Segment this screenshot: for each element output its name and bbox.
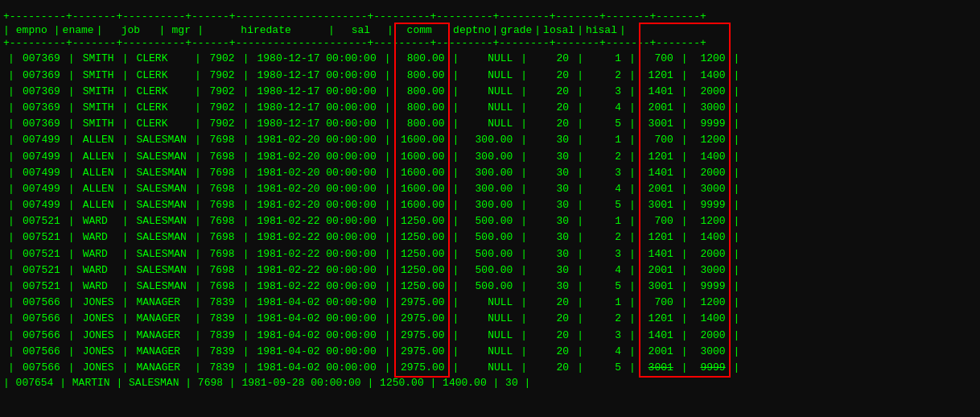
cell-8: 5 xyxy=(588,279,624,295)
col-sep: | xyxy=(64,84,80,100)
col-sep: | xyxy=(729,246,745,262)
col-sep: | xyxy=(516,84,532,100)
col-sep: | xyxy=(380,68,396,84)
cell-6: 300.00 xyxy=(463,197,516,213)
col-sep: | xyxy=(624,100,640,116)
cell-7: 30 xyxy=(532,229,572,246)
cell-6: NULL xyxy=(463,295,516,311)
col-sep: | xyxy=(729,132,745,148)
cell-9: 700 xyxy=(640,213,677,229)
col-sep: | xyxy=(238,229,254,246)
col-sep: | xyxy=(624,132,640,148)
col-sep: | xyxy=(238,181,254,197)
col-sep: | xyxy=(534,24,541,36)
col-sep: | xyxy=(64,100,80,116)
col-sep: | xyxy=(380,165,396,181)
col-sep: | xyxy=(677,84,693,100)
col-sep: | xyxy=(238,246,254,262)
cell-9: 700 xyxy=(640,51,677,67)
cell-1: WARD xyxy=(80,279,117,295)
table-row: |007566|JONES|MANAGER|7839|1981-04-02 00… xyxy=(3,295,744,311)
cell-0: 007499 xyxy=(19,149,64,165)
col-sep: | xyxy=(677,262,693,279)
cell-3: 7902 xyxy=(206,51,238,67)
col-sep: | xyxy=(380,279,396,295)
cell-7: 20 xyxy=(532,344,572,360)
col-sep: | xyxy=(197,24,204,36)
cell-10: 1200 xyxy=(693,51,729,67)
table-row: |007566|JONES|MANAGER|7839|1981-04-02 00… xyxy=(3,344,744,360)
cell-1: WARD xyxy=(80,213,117,229)
cell-5: 1600.00 xyxy=(396,149,448,165)
col-sep: | xyxy=(64,165,80,181)
header-deptno: deptno xyxy=(452,24,492,36)
cell-10: 9999 xyxy=(693,197,729,213)
col-sep: | xyxy=(677,213,693,229)
col-sep: | xyxy=(729,51,745,67)
col-sep: | xyxy=(190,149,206,165)
cell-8: 2 xyxy=(588,229,624,246)
table-row: |007521|WARD|SALESMAN|7698|1981-02-22 00… xyxy=(3,229,744,246)
cell-8: 3 xyxy=(588,246,624,262)
col-sep: | xyxy=(64,279,80,295)
col-sep: | xyxy=(380,149,396,165)
cell-0: 007499 xyxy=(19,165,64,181)
col-sep: | xyxy=(516,213,532,229)
col-sep: | xyxy=(516,100,532,116)
col-sep: | xyxy=(729,279,745,295)
data-table: |007369|SMITH|CLERK|7902|1980-12-17 00:0… xyxy=(3,51,744,376)
cell-8: 1 xyxy=(588,132,624,148)
col-sep: | xyxy=(624,279,640,295)
cell-9: 700 xyxy=(640,295,677,311)
col-sep: | xyxy=(677,360,693,376)
cell-9: 2001 xyxy=(640,181,677,197)
col-sep: | xyxy=(729,262,745,279)
cell-8: 3 xyxy=(588,165,624,181)
cell-8: 5 xyxy=(588,197,624,213)
col-sep: | xyxy=(3,328,19,344)
cell-2: SALESMAN xyxy=(133,246,189,262)
cell-7: 20 xyxy=(532,311,572,327)
col-sep: | xyxy=(3,116,19,132)
cell-9: 1201 xyxy=(640,68,677,84)
col-sep: | xyxy=(492,24,499,36)
col-sep: | xyxy=(238,84,254,100)
col-sep: | xyxy=(190,165,206,181)
table-row: |007566|JONES|MANAGER|7839|1981-04-02 00… xyxy=(3,360,744,376)
cell-9: 3001 xyxy=(640,279,677,295)
table-container: +---------+-------+----------+------+---… xyxy=(3,10,744,390)
cell-4: 1981-02-20 00:00:00 xyxy=(254,181,380,197)
col-sep: | xyxy=(448,246,464,262)
col-sep: | xyxy=(190,295,206,311)
cell-6: 500.00 xyxy=(463,229,516,246)
cell-8: 1 xyxy=(588,51,624,67)
cell-9: 700 xyxy=(640,132,677,148)
cell-3: 7698 xyxy=(206,181,238,197)
cell-1: WARD xyxy=(80,229,117,246)
cell-4: 1981-02-22 00:00:00 xyxy=(254,262,380,279)
col-sep: | xyxy=(677,51,693,67)
cell-4: 1980-12-17 00:00:00 xyxy=(254,84,380,100)
col-sep: | xyxy=(190,246,206,262)
col-sep: | xyxy=(677,149,693,165)
table-row: |007499|ALLEN|SALESMAN|7698|1981-02-20 0… xyxy=(3,165,744,181)
col-sep: | xyxy=(238,197,254,213)
cell-9: 1401 xyxy=(640,328,677,344)
cell-5: 1250.00 xyxy=(396,246,448,262)
col-sep: | xyxy=(64,229,80,246)
col-sep: | xyxy=(3,100,19,116)
cell-5: 2975.00 xyxy=(396,295,448,311)
col-sep: | xyxy=(448,100,464,116)
col-sep: | xyxy=(380,100,396,116)
cell-4: 1980-12-17 00:00:00 xyxy=(254,100,380,116)
cell-8: 2 xyxy=(588,311,624,327)
cell-7: 30 xyxy=(532,279,572,295)
col-sep: | xyxy=(117,68,134,84)
col-sep: | xyxy=(624,246,640,262)
cell-10: 9999 xyxy=(693,360,729,376)
col-sep: | xyxy=(238,165,254,181)
cell-1: JONES xyxy=(80,295,117,311)
col-sep: | xyxy=(729,116,745,132)
header-ename: ename xyxy=(60,24,97,36)
cell-1: WARD xyxy=(80,246,117,262)
